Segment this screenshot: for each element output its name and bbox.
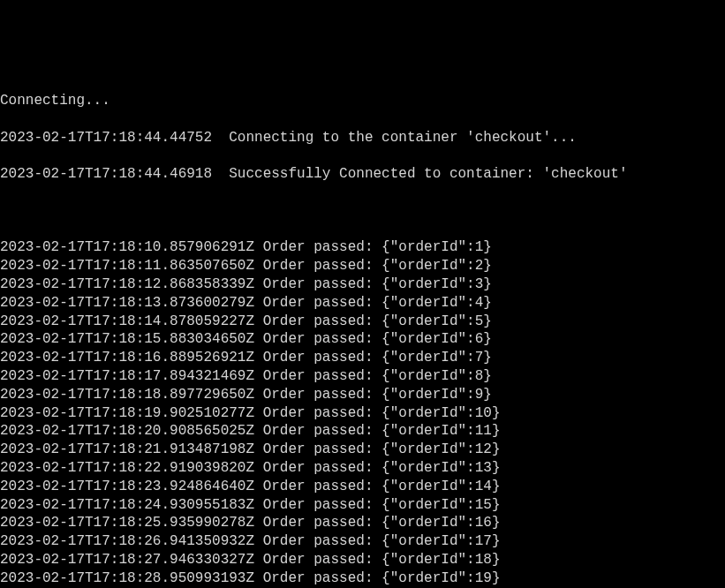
timestamp: 2023-02-17T17:18:25.935990278Z xyxy=(0,515,254,531)
log-line: 2023-02-17T17:18:23.924864640Z Order pas… xyxy=(0,478,725,496)
log-text: Order passed: {"orderId":2} xyxy=(263,258,492,274)
spacer xyxy=(254,350,263,366)
spacer xyxy=(254,295,263,311)
log-text: Order passed: {"orderId":7} xyxy=(263,350,492,366)
log-text: Order passed: {"orderId":19} xyxy=(263,570,501,586)
spacer xyxy=(254,368,263,384)
spacer xyxy=(212,130,229,146)
log-line: 2023-02-17T17:18:14.878059227Z Order pas… xyxy=(0,313,725,331)
timestamp: 2023-02-17T17:18:19.902510277Z xyxy=(0,405,254,421)
log-text: Order passed: {"orderId":8} xyxy=(263,368,492,384)
log-line: 2023-02-17T17:18:16.889526921Z Order pas… xyxy=(0,349,725,367)
spacer xyxy=(254,258,263,274)
spacer xyxy=(254,479,263,494)
log-line: 2023-02-17T17:18:26.941350932Z Order pas… xyxy=(0,532,725,551)
spacer xyxy=(254,570,263,586)
timestamp: 2023-02-17T17:18:21.913487198Z xyxy=(0,441,254,457)
spacer xyxy=(254,313,263,329)
log-text: Order passed: {"orderId":18} xyxy=(263,552,501,568)
log-line: 2023-02-17T17:18:21.913487198Z Order pas… xyxy=(0,441,725,459)
spacer xyxy=(254,239,263,255)
log-line: 2023-02-17T17:18:27.946330327Z Order pas… xyxy=(0,551,725,569)
timestamp: 2023-02-17T17:18:15.883034650Z xyxy=(0,331,254,347)
spacer xyxy=(254,497,263,513)
log-line: 2023-02-17T17:18:24.930955183Z Order pas… xyxy=(0,496,725,515)
timestamp: 2023-02-17T17:18:17.894321469Z xyxy=(0,368,254,384)
timestamp: 2023-02-17T17:18:24.930955183Z xyxy=(0,497,254,513)
log-text: Order passed: {"orderId":14} xyxy=(263,479,501,494)
log-text: Order passed: {"orderId":10} xyxy=(263,405,501,421)
timestamp: 2023-02-17T17:18:44.44752 xyxy=(0,130,212,146)
timestamp: 2023-02-17T17:18:44.46918 xyxy=(0,166,212,182)
spacer xyxy=(254,441,263,457)
timestamp: 2023-02-17T17:18:18.897729650Z xyxy=(0,387,254,403)
log-lines: 2023-02-17T17:18:10.857906291Z Order pas… xyxy=(0,238,725,588)
log-text: Order passed: {"orderId":9} xyxy=(263,387,492,403)
message-text: Connecting to the container 'checkout'..… xyxy=(229,130,577,146)
timestamp: 2023-02-17T17:18:28.950993193Z xyxy=(0,570,254,586)
timestamp: 2023-02-17T17:18:23.924864640Z xyxy=(0,479,254,494)
spacer xyxy=(254,460,263,476)
log-text: Order passed: {"orderId":3} xyxy=(263,276,492,292)
timestamp: 2023-02-17T17:18:14.878059227Z xyxy=(0,313,254,329)
spacer xyxy=(254,533,263,549)
spacer xyxy=(254,552,263,568)
log-line: 2023-02-17T17:18:28.950993193Z Order pas… xyxy=(0,569,725,588)
log-line: 2023-02-17T17:18:13.873600279Z Order pas… xyxy=(0,294,725,313)
timestamp: 2023-02-17T17:18:10.857906291Z xyxy=(0,239,254,255)
log-text: Order passed: {"orderId":15} xyxy=(263,497,501,513)
log-text: Order passed: {"orderId":12} xyxy=(263,441,501,457)
log-line: 2023-02-17T17:18:17.894321469Z Order pas… xyxy=(0,367,725,386)
spacer xyxy=(254,387,263,403)
log-text: Order passed: {"orderId":16} xyxy=(263,515,501,531)
timestamp: 2023-02-17T17:18:20.908565025Z xyxy=(0,423,254,439)
log-line: 2023-02-17T17:18:10.857906291Z Order pas… xyxy=(0,238,725,257)
timestamp: 2023-02-17T17:18:12.868358339Z xyxy=(0,276,254,292)
spacer xyxy=(254,405,263,421)
spacer xyxy=(254,331,263,347)
log-line: 2023-02-17T17:18:11.863507650Z Order pas… xyxy=(0,257,725,275)
log-line: 2023-02-17T17:18:12.868358339Z Order pas… xyxy=(0,275,725,294)
log-line: 2023-02-17T17:18:19.902510277Z Order pas… xyxy=(0,404,725,423)
success-message: 2023-02-17T17:18:44.46918 Successfully C… xyxy=(0,165,725,184)
spacer xyxy=(254,423,263,439)
log-line: 2023-02-17T17:18:25.935990278Z Order pas… xyxy=(0,514,725,532)
spacer xyxy=(212,166,229,182)
log-line: 2023-02-17T17:18:22.919039820Z Order pas… xyxy=(0,459,725,478)
timestamp: 2023-02-17T17:18:16.889526921Z xyxy=(0,350,254,366)
timestamp: 2023-02-17T17:18:22.919039820Z xyxy=(0,460,254,476)
log-line: 2023-02-17T17:18:20.908565025Z Order pas… xyxy=(0,422,725,441)
connecting-status: Connecting... xyxy=(0,92,725,110)
timestamp: 2023-02-17T17:18:11.863507650Z xyxy=(0,258,254,274)
spacer xyxy=(254,515,263,531)
message-text: Successfully Connected to container: 'ch… xyxy=(229,166,627,182)
connect-message: 2023-02-17T17:18:44.44752 Connecting to … xyxy=(0,129,725,147)
timestamp: 2023-02-17T17:18:13.873600279Z xyxy=(0,295,254,311)
blank-line xyxy=(0,202,725,221)
timestamp: 2023-02-17T17:18:26.941350932Z xyxy=(0,533,254,549)
log-text: Order passed: {"orderId":5} xyxy=(263,313,492,329)
log-text: Order passed: {"orderId":11} xyxy=(263,423,501,439)
terminal-output[interactable]: Connecting... 2023-02-17T17:18:44.44752 … xyxy=(0,73,725,588)
timestamp: 2023-02-17T17:18:27.946330327Z xyxy=(0,552,254,568)
spacer xyxy=(254,276,263,292)
log-text: Order passed: {"orderId":13} xyxy=(263,460,501,476)
log-text: Order passed: {"orderId":17} xyxy=(263,533,501,549)
log-text: Order passed: {"orderId":4} xyxy=(263,295,492,311)
log-line: 2023-02-17T17:18:15.883034650Z Order pas… xyxy=(0,330,725,349)
log-text: Order passed: {"orderId":1} xyxy=(263,239,492,255)
log-text: Order passed: {"orderId":6} xyxy=(263,331,492,347)
log-line: 2023-02-17T17:18:18.897729650Z Order pas… xyxy=(0,386,725,404)
